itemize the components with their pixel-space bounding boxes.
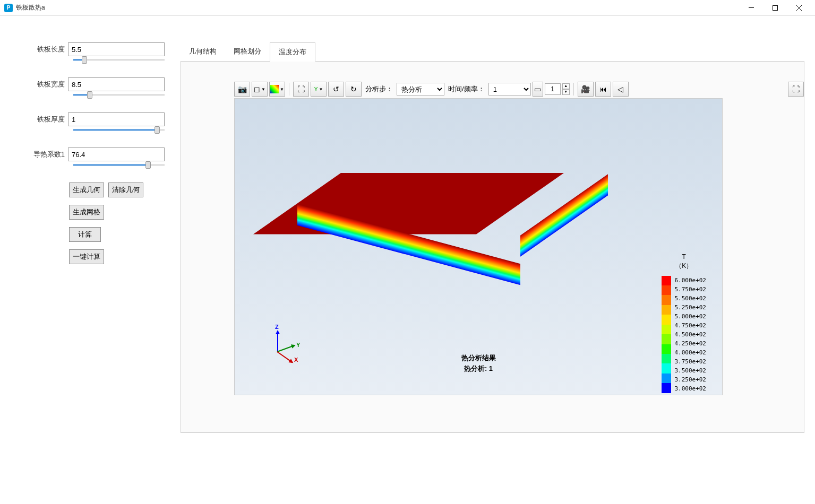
legend-value: 4.750e+02 [674, 321, 706, 330]
time-freq-label: 时间/频率： [446, 84, 487, 94]
analysis-step-select[interactable]: 热分析 [397, 83, 444, 95]
window-title: 铁板散热a [16, 3, 45, 12]
thickness-slider[interactable] [73, 128, 165, 132]
legend-value: 5.000e+02 [674, 312, 706, 321]
tab-geometry[interactable]: 几何结构 [181, 42, 225, 61]
legend-color-swatch [662, 354, 671, 363]
loop-toggle-icon[interactable]: ▭ [533, 82, 543, 97]
svg-rect-0 [749, 7, 754, 8]
legend-value: 3.250e+02 [674, 375, 706, 384]
length-input[interactable] [68, 42, 165, 56]
analysis-step-label: 分析步： [363, 84, 395, 94]
tab-mesh[interactable]: 网格划分 [225, 42, 270, 61]
legend-color-swatch [662, 285, 671, 295]
legend-color-swatch [662, 363, 671, 373]
axis-gizmo: Z Y X [267, 331, 298, 363]
thickness-input[interactable] [68, 112, 165, 126]
compute-button[interactable]: 计算 [69, 227, 101, 242]
viz-canvas[interactable]: Z Y X 热分析结果 热分析: 1 T （K） 6.000e+025.750e [234, 98, 723, 395]
title-bar: P 铁板散热a [0, 0, 815, 16]
legend-color-swatch [662, 334, 671, 344]
legend-value: 3.000e+02 [674, 384, 706, 393]
viz-toolbar: 📷 ◻▼ ▼ ⛶ Y▼ ↺ ↻ 分析步： 热分析 时间/频率： 1 ▭ ▲ ▼ [234, 80, 804, 98]
width-slider[interactable] [73, 93, 165, 97]
skip-start-icon[interactable]: ⏮ [595, 82, 611, 97]
spinner-up-icon[interactable]: ▲ [562, 83, 570, 89]
spinner-down-icon[interactable]: ▼ [562, 89, 570, 95]
camera-icon[interactable]: 📷 [234, 82, 250, 97]
legend-color-swatch [662, 276, 671, 285]
app-icon: P [4, 4, 13, 12]
frame-spinner[interactable] [545, 83, 561, 95]
conductivity-label: 导热系数1 [32, 150, 68, 159]
legend-color-swatch [662, 383, 671, 393]
close-button[interactable] [787, 0, 811, 16]
legend-value: 3.500e+02 [674, 366, 706, 375]
color-legend: T （K） 6.000e+025.750e+025.500e+025.250e+… [662, 253, 706, 393]
width-input[interactable] [68, 77, 165, 91]
rotate-cw-icon[interactable]: ↻ [346, 82, 362, 97]
minimize-button[interactable] [739, 0, 763, 16]
legend-value: 4.000e+02 [674, 348, 706, 357]
legend-color-swatch [662, 315, 671, 324]
legend-color-swatch [662, 295, 671, 305]
legend-value: 3.750e+02 [674, 357, 706, 366]
play-back-icon[interactable]: ◁ [613, 82, 629, 97]
generate-geometry-button[interactable]: 生成几何 [69, 183, 104, 197]
time-freq-select[interactable]: 1 [488, 83, 531, 95]
tabs: 几何结构 网格划分 温度分布 [181, 42, 804, 62]
maximize-button[interactable] [763, 0, 787, 16]
legend-value: 5.750e+02 [674, 285, 706, 294]
rotate-ccw-icon[interactable]: ↺ [328, 82, 344, 97]
visualization-panel: 📷 ◻▼ ▼ ⛶ Y▼ ↺ ↻ 分析步： 热分析 时间/频率： 1 ▭ ▲ ▼ [181, 62, 804, 433]
length-label: 铁板长度 [32, 45, 68, 54]
clear-geometry-button[interactable]: 清除几何 [108, 183, 143, 197]
main-area: 几何结构 网格划分 温度分布 📷 ◻▼ ▼ ⛶ Y▼ ↺ ↻ 分析步： 热分析 … [181, 16, 815, 504]
length-slider[interactable] [73, 58, 165, 62]
generate-mesh-button[interactable]: 生成网格 [69, 205, 104, 220]
svg-rect-1 [773, 5, 777, 10]
legend-value: 5.500e+02 [674, 294, 706, 303]
parameters-sidebar: 铁板长度 铁板宽度 铁板厚度 导热系数1 生成几何 [0, 16, 181, 504]
colormap-icon[interactable]: ▼ [269, 82, 285, 97]
legend-value: 5.250e+02 [674, 303, 706, 312]
one-click-compute-button[interactable]: 一键计算 [69, 249, 104, 264]
legend-value: 4.500e+02 [674, 330, 706, 339]
video-camera-icon[interactable]: 🎥 [578, 82, 594, 97]
legend-color-swatch [662, 305, 671, 315]
cube-view-icon[interactable]: ◻▼ [252, 82, 268, 97]
fullscreen-icon[interactable]: ⛶ [788, 82, 804, 97]
width-label: 铁板宽度 [32, 80, 68, 89]
legend-color-swatch [662, 373, 671, 383]
result-caption: 热分析结果 热分析: 1 [461, 353, 496, 373]
thickness-label: 铁板厚度 [32, 115, 68, 124]
fit-view-icon[interactable]: ⛶ [293, 82, 309, 97]
tab-temperature[interactable]: 温度分布 [270, 42, 315, 62]
legend-value: 6.000e+02 [674, 276, 706, 285]
legend-color-swatch [662, 344, 671, 354]
conductivity-slider[interactable] [73, 163, 165, 167]
axis-orient-icon[interactable]: Y▼ [311, 82, 327, 97]
conductivity-input[interactable] [68, 147, 165, 161]
legend-color-swatch [662, 325, 671, 334]
legend-value: 4.250e+02 [674, 339, 706, 348]
